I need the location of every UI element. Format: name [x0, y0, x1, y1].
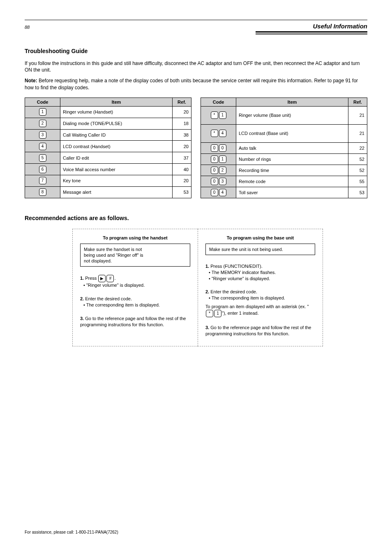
item-cell: Caller ID edit — [60, 152, 173, 164]
key-icon: 4 — [219, 189, 226, 196]
item-cell: Toll saver — [236, 187, 348, 198]
table-row: 04Toll saver53 — [201, 187, 367, 198]
flow-right-box: Make sure the unit is not being used. — [205, 244, 315, 255]
table-row: *4LCD contrast (Base unit)21 — [201, 124, 367, 142]
flow-right-heading: To program using the base unit — [205, 235, 315, 241]
flow-wrap: To program using the handset Make sure t… — [72, 229, 323, 346]
item-cell: Ringer volume (Handset) — [60, 106, 173, 118]
ref-cell: 20 — [173, 106, 191, 118]
item-cell: Key tone — [60, 175, 173, 187]
note-b: "), enter 1 instead. — [222, 311, 259, 316]
step-label: 1. — [80, 276, 84, 281]
table-row: *1Ringer volume (Base unit)21 — [201, 106, 367, 124]
table-row: 03Remote code55 — [201, 176, 367, 187]
table-header-row: Code Item Ref. — [201, 98, 367, 106]
item-cell: Recording time — [236, 165, 348, 176]
step-label: 1. — [205, 264, 209, 269]
step-text: Go to the reference page and follow the … — [205, 325, 311, 336]
step-sub: • "Ringer volume" is displayed. — [209, 276, 315, 282]
step-text: . — [114, 276, 115, 281]
note-text: Before requesting help, make a note of t… — [25, 78, 358, 90]
item-cell: Dialing mode (TONE/PULSE) — [60, 118, 173, 129]
flow-left-step1: 1. Press ▶#. • "Ringer volume" is displa… — [80, 275, 190, 288]
flow-left-box: Make sure the handset is not being used … — [80, 244, 190, 267]
section-title: Useful Information — [313, 23, 367, 30]
key-icon: 3 — [219, 178, 226, 185]
key-icon: 7 — [39, 177, 46, 184]
key-icon: 5 — [39, 154, 46, 162]
table-row: 01Number of rings52 — [201, 153, 367, 165]
col-code: Code — [201, 98, 236, 106]
step-text: Enter the desired code. — [210, 289, 257, 294]
ref-cell: 21 — [348, 124, 367, 142]
code-cell: 03 — [201, 176, 236, 187]
key-icon: ▶ — [98, 275, 106, 282]
flow-right-step3: 3. Go to the reference page and follow t… — [205, 325, 315, 337]
item-cell: LCD contrast (Handset) — [60, 141, 173, 152]
page-header: 88 Useful Information — [25, 23, 367, 30]
box-line: not displayed. — [84, 258, 187, 264]
ref-cell: 20 — [173, 175, 191, 187]
key-icon: 3 — [39, 131, 46, 139]
note-a: To program an item displayed with an ast… — [205, 304, 309, 309]
key-icon: 6 — [39, 166, 46, 173]
step-text: Go to the reference page and follow the … — [80, 316, 186, 327]
ref-cell: 20 — [173, 141, 191, 152]
table-row: 5Caller ID edit37 — [25, 152, 191, 164]
key-icon: 2 — [39, 120, 46, 127]
code-cell: 4 — [25, 141, 60, 152]
key-icon: 1 — [219, 111, 226, 119]
table-row: 1Ringer volume (Handset)20 — [25, 106, 191, 118]
step-label: 3. — [80, 316, 84, 321]
key-icon: * — [211, 130, 218, 137]
key-icon: 0 — [211, 156, 218, 163]
code-cell: 8 — [25, 186, 60, 198]
footer: For assistance, please call: 1-800-211-P… — [25, 530, 367, 534]
page-number: 88 — [25, 25, 30, 30]
code-cell: 3 — [25, 129, 60, 141]
table-row: 2Dialing mode (TONE/PULSE)18 — [25, 118, 191, 129]
key-icon: 4 — [39, 143, 46, 150]
step-sub: • The corresponding item is displayed. — [209, 295, 315, 301]
item-cell: Remote code — [236, 176, 348, 187]
actions-title: Recommended actions are as follows. — [25, 215, 367, 221]
code-cell: 7 — [25, 175, 60, 187]
codes-table-right: Code Item Ref. *1Ringer volume (Base uni… — [201, 98, 367, 198]
table-row: 00Auto talk22 — [201, 142, 367, 153]
item-cell: Number of rings — [236, 153, 348, 165]
ref-cell: 38 — [173, 129, 191, 141]
ref-cell: 53 — [173, 186, 191, 198]
flow-left-step2: 2. Enter the desired code. • The corresp… — [80, 296, 190, 308]
flow-right-step1: 1. Press (FUNCTION/EDIT). • The MEMORY i… — [205, 263, 315, 282]
table-row: 4LCD contrast (Handset)20 — [25, 141, 191, 152]
step-sub: • "Ringer volume" is displayed. — [83, 282, 190, 288]
key-icon: * — [206, 310, 213, 317]
key-icon: 0 — [211, 144, 218, 152]
table-row: 8Message alert53 — [25, 186, 191, 198]
key-icon: 8 — [39, 188, 46, 196]
ref-cell: 22 — [348, 142, 367, 153]
box-line: Make sure the handset is not — [84, 246, 187, 252]
page-top-rule — [25, 20, 367, 20]
step-sub: • The MEMORY indicator flashes. — [209, 269, 315, 276]
item-cell: Ringer volume (Base unit) — [236, 106, 348, 124]
ref-cell: 18 — [173, 118, 191, 129]
box-line: being used and "Ringer off" is — [84, 252, 187, 258]
item-cell: Message alert — [60, 186, 173, 198]
footer-left: For assistance, please call: 1-800-211-P… — [25, 530, 118, 534]
note-label: Note: — [25, 78, 39, 84]
ref-cell: 53 — [348, 187, 367, 198]
step-label: 2. — [80, 296, 84, 301]
item-cell: Auto talk — [236, 142, 348, 153]
note-paragraph: Note: Before requesting help, make a not… — [25, 77, 367, 91]
table-row: 7Key tone20 — [25, 175, 191, 187]
code-cell: *4 — [201, 124, 236, 142]
ref-cell: 55 — [348, 176, 367, 187]
code-tables: Code Item Ref. 1Ringer volume (Handset)2… — [25, 98, 367, 198]
col-item: Item — [236, 98, 348, 106]
code-cell: 5 — [25, 152, 60, 164]
header-underline — [256, 31, 367, 34]
table-row: 6Voice Mail access number40 — [25, 164, 191, 175]
key-icon: 1 — [39, 108, 46, 116]
step-sub: • The corresponding item is displayed. — [83, 302, 190, 308]
